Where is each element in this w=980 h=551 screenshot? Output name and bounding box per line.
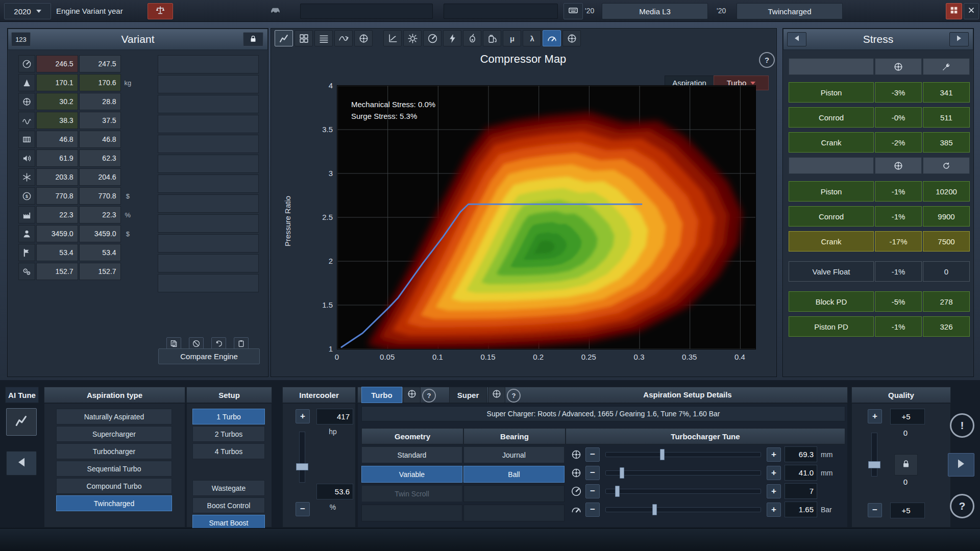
asp-list-item-sequential-turbo[interactable]: Sequential Turbo <box>56 461 172 477</box>
turbo-count-list-item-2-turbos[interactable]: 2 Turbos <box>192 426 265 442</box>
intercooler-slider-handle[interactable] <box>296 463 308 470</box>
variant-name-field[interactable]: Twincharged <box>737 3 843 19</box>
asp-list-item-twincharged[interactable]: Twincharged <box>56 495 172 511</box>
back-button[interactable] <box>6 451 37 475</box>
quality-increase-button[interactable]: + <box>868 409 882 423</box>
quality-lock-button[interactable] <box>894 454 918 475</box>
bearing-spec-decrease-button[interactable]: − <box>585 484 600 498</box>
lock-button[interactable] <box>243 32 263 46</box>
variant-value-b: 46.8 <box>79 131 121 148</box>
stress-pct: -17% <box>875 231 922 252</box>
bearing-spec-increase-button[interactable]: + <box>767 484 781 498</box>
bearing-spec-slider[interactable] <box>605 489 761 494</box>
compressor-size-slider[interactable] <box>605 452 761 457</box>
stress-pct: -1% <box>875 316 922 337</box>
variant-row: 152.7152.7 <box>18 263 134 280</box>
weight-cell <box>18 74 35 91</box>
warnings-button[interactable]: ! <box>950 413 974 438</box>
table-view-button[interactable] <box>314 30 333 46</box>
compressor-size-decrease-button[interactable]: − <box>585 447 600 462</box>
airflow-view-button[interactable] <box>334 30 353 46</box>
ai-tune-button[interactable]: AI Tune <box>5 387 39 403</box>
tips-button[interactable]: ? <box>950 494 974 518</box>
compressor-view-button[interactable] <box>354 30 373 46</box>
stress-next-button[interactable] <box>949 32 969 46</box>
cam-graph-button[interactable] <box>463 30 481 46</box>
compressor-map-plot[interactable] <box>337 85 756 349</box>
turbine-size-slider[interactable] <box>605 470 761 475</box>
turbine-size-slider-handle[interactable] <box>620 467 624 479</box>
compressor-map-view-button[interactable] <box>543 30 561 46</box>
keyboard-shortcuts-button[interactable] <box>564 3 583 19</box>
turbine-size-decrease-button[interactable]: − <box>585 466 600 480</box>
undo-icon <box>214 339 223 348</box>
fuel-graph-button[interactable] <box>483 30 501 46</box>
y-tick: 4 <box>329 81 333 90</box>
quality-slider[interactable] <box>871 433 877 477</box>
asp-list-item-supercharger[interactable]: Supercharger <box>56 426 172 442</box>
compressor-size-slider-handle[interactable] <box>660 449 665 460</box>
stress-value: 511 <box>923 107 970 128</box>
turbo-tab[interactable]: Turbo <box>361 387 402 403</box>
power-graph-view-button[interactable] <box>275 30 293 46</box>
boost-target-slider-handle[interactable] <box>652 504 657 515</box>
compressor-size-increase-button[interactable]: + <box>767 447 781 462</box>
boost-list-item-wastegate[interactable]: Wastegate <box>192 480 265 496</box>
x-tick: 0.05 <box>380 353 395 361</box>
boost-target-decrease-button[interactable]: − <box>585 503 600 517</box>
variant-value-a: 770.8 <box>36 187 78 205</box>
asp-list-item-turbocharger[interactable]: Turbocharger <box>56 443 172 459</box>
turbo-tab-icon-button[interactable] <box>403 387 421 403</box>
bearing-list-item-journal[interactable]: Journal <box>463 446 565 463</box>
family-name-field[interactable]: Media L3 <box>602 3 708 19</box>
variant-unit <box>122 244 134 261</box>
graph-toggle-button[interactable] <box>6 408 37 436</box>
intercooler-decrease-button[interactable]: − <box>296 502 310 516</box>
turbo-graph-button[interactable] <box>562 30 581 46</box>
intercooler-hp-value: 417 <box>316 409 353 424</box>
asp-list-item-compound-turbo[interactable]: Compound Turbo <box>56 478 172 494</box>
geometry-list-item-variable[interactable]: Variable <box>361 466 462 483</box>
friction-graph-button[interactable] <box>403 30 422 46</box>
stress-pct: -2% <box>875 132 922 153</box>
turbo-count-list-item-1-turbo[interactable]: 1 Turbo <box>192 409 265 424</box>
rpm-gauge-icon <box>22 59 32 69</box>
close-button[interactable] <box>964 3 979 19</box>
mu-graph-button[interactable]: μ <box>503 30 521 46</box>
lambda-graph-button[interactable]: λ <box>523 30 541 46</box>
bearing-spec-slider-handle[interactable] <box>615 486 620 497</box>
setup-header: Setup <box>186 387 272 403</box>
compare-mode-button[interactable] <box>148 3 173 19</box>
quality-slider-handle[interactable] <box>868 461 880 468</box>
quad-graph-view-button[interactable] <box>295 30 313 46</box>
efficiency-graph-button[interactable] <box>383 30 402 46</box>
compare-engine-button[interactable]: Compare Engine <box>158 348 260 364</box>
arrowr-icon <box>955 458 967 470</box>
boost-target-increase-button[interactable]: + <box>767 503 781 517</box>
intercooler-slider[interactable] <box>299 432 305 483</box>
quality-decrease-button[interactable]: − <box>868 503 882 517</box>
turbo-help-button[interactable]: ? <box>422 389 436 403</box>
asp-list-item-naturally-aspirated[interactable]: Naturally Aspirated <box>56 409 172 424</box>
year-dropdown[interactable]: 2020 <box>4 3 51 19</box>
boost-list-item-boost-control[interactable]: Boost Control <box>192 497 265 513</box>
dyno-graph-button[interactable] <box>423 30 442 46</box>
turbine-size-increase-button[interactable]: + <box>767 466 781 480</box>
variant-value-a: 53.4 <box>36 244 78 261</box>
tune-row-bearing-spec: −+7 <box>566 483 844 499</box>
intercooler-increase-button[interactable]: + <box>296 409 310 423</box>
forward-button[interactable] <box>948 453 974 477</box>
knock-graph-button[interactable] <box>443 30 461 46</box>
stress-prev-button[interactable] <box>787 32 806 46</box>
turbo-count-list-item-4-turbos[interactable]: 4 Turbos <box>192 443 265 459</box>
app-menu-button[interactable] <box>946 3 962 19</box>
bearing-list-item-ball[interactable]: Ball <box>463 466 565 483</box>
super-tab-icon-button[interactable] <box>488 387 505 403</box>
geometry-list-item-standard[interactable]: Standard <box>361 446 462 463</box>
help-button[interactable]: ? <box>759 52 775 68</box>
super-tab[interactable]: Super <box>449 387 487 403</box>
numeric-view-button[interactable]: 123 <box>11 32 31 46</box>
stress-row: Piston PD-1%326 <box>789 316 967 337</box>
boost-target-slider[interactable] <box>605 507 761 512</box>
super-help-button[interactable]: ? <box>507 389 521 403</box>
